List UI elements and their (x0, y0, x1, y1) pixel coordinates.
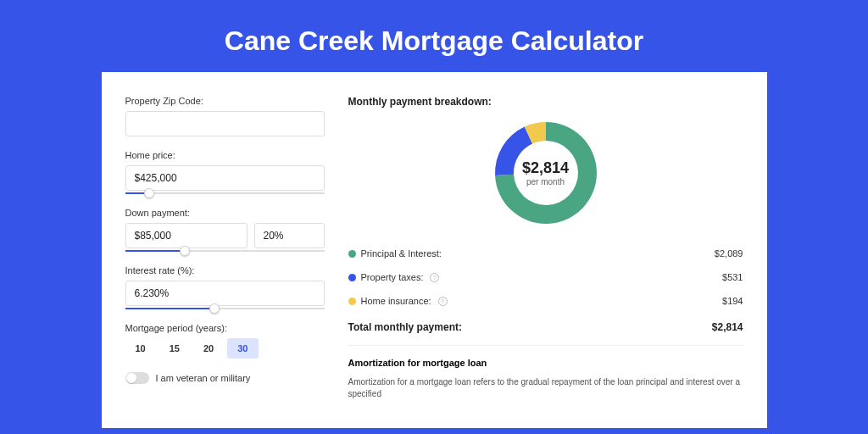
donut-chart: $2,814 per month (491, 118, 601, 228)
home-price-label: Home price: (125, 150, 325, 160)
calculator-card: Property Zip Code: Home price: Down paym… (102, 72, 767, 428)
veteran-toggle[interactable] (125, 372, 149, 384)
donut-chart-wrap: $2,814 per month (348, 118, 743, 228)
legend-dot-icon (348, 298, 356, 305)
legend-value: $194 (722, 296, 743, 306)
legend-value: $531 (722, 272, 743, 282)
page-title: Cane Creek Mortgage Calculator (0, 0, 868, 72)
amortization-text: Amortization for a mortgage loan refers … (348, 376, 743, 400)
total-value: $2,814 (712, 321, 743, 333)
period-button-30[interactable]: 30 (227, 338, 258, 359)
down-payment-amount-input[interactable] (125, 223, 248, 248)
legend-label: Property taxes: (361, 272, 424, 282)
interest-rate-field: Interest rate (%): (125, 265, 325, 309)
mortgage-period-label: Mortgage period (years): (125, 323, 325, 333)
home-price-input[interactable] (125, 165, 325, 191)
total-label: Total monthly payment: (348, 321, 462, 333)
legend-dot-icon (348, 250, 356, 258)
donut-subtext: per month (522, 177, 569, 186)
legend-row: Principal & Interest:$2,089 (348, 242, 743, 265)
interest-rate-input[interactable] (125, 281, 325, 306)
down-payment-field: Down payment: (125, 208, 325, 252)
mortgage-period-field: Mortgage period (years): 10152030 (125, 323, 325, 359)
home-price-slider[interactable] (125, 192, 325, 194)
period-button-10[interactable]: 10 (125, 338, 156, 359)
amortization-section: Amortization for mortgage loan Amortizat… (348, 345, 743, 400)
period-button-20[interactable]: 20 (193, 338, 224, 359)
donut-center: $2,814 per month (522, 159, 569, 186)
amortization-title: Amortization for mortgage loan (348, 358, 743, 368)
slider-fill (125, 250, 186, 252)
period-button-15[interactable]: 15 (159, 338, 190, 359)
total-row: Total monthly payment: $2,814 (348, 313, 743, 345)
slider-fill (125, 308, 215, 309)
legend-value: $2,089 (715, 248, 743, 259)
legend-row: Property taxes:?$531 (348, 265, 743, 289)
legend-label: Principal & Interest: (361, 248, 442, 259)
breakdown-panel: Monthly payment breakdown: $2,814 per mo… (348, 96, 743, 428)
down-payment-percent-input[interactable] (254, 223, 325, 248)
veteran-toggle-row: I am veteran or military (125, 372, 325, 384)
breakdown-heading: Monthly payment breakdown: (348, 96, 743, 108)
slider-thumb[interactable] (209, 303, 220, 314)
legend-dot-icon (348, 274, 356, 281)
form-panel: Property Zip Code: Home price: Down paym… (125, 96, 325, 428)
zip-label: Property Zip Code: (125, 96, 325, 106)
breakdown-legend: Principal & Interest:$2,089Property taxe… (348, 242, 743, 313)
info-icon[interactable]: ? (438, 297, 448, 306)
info-icon[interactable]: ? (430, 273, 439, 282)
slider-thumb[interactable] (144, 188, 154, 198)
legend-label: Home insurance: (361, 296, 431, 306)
veteran-label: I am veteran or military (156, 373, 251, 383)
mortgage-period-options: 10152030 (125, 338, 325, 359)
down-payment-label: Down payment: (125, 208, 325, 218)
toggle-knob (126, 373, 136, 383)
legend-row: Home insurance:?$194 (348, 289, 743, 313)
home-price-field: Home price: (125, 150, 325, 194)
donut-amount: $2,814 (522, 159, 569, 177)
interest-rate-label: Interest rate (%): (125, 265, 325, 275)
down-payment-slider[interactable] (125, 250, 325, 252)
slider-thumb[interactable] (180, 246, 190, 256)
interest-rate-slider[interactable] (125, 308, 325, 309)
zip-field: Property Zip Code: (125, 96, 325, 136)
zip-input[interactable] (125, 111, 325, 136)
